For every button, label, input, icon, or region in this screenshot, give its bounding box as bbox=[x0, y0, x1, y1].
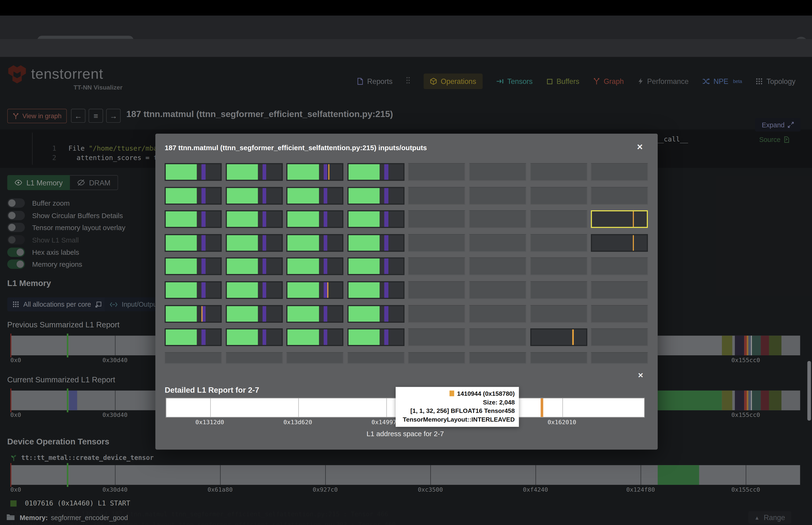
core-cell[interactable] bbox=[287, 234, 343, 252]
tensor-buffer-green bbox=[166, 282, 197, 298]
core-cell-empty bbox=[469, 281, 526, 299]
tensor-buffer-green bbox=[349, 164, 380, 180]
core-cell[interactable] bbox=[287, 281, 343, 299]
tensor-buffer-orange bbox=[201, 306, 203, 321]
tensor-buffer-green bbox=[288, 306, 319, 321]
core-cell-empty bbox=[591, 258, 648, 275]
core-cell[interactable] bbox=[165, 210, 221, 228]
tensor-buffer-green bbox=[288, 235, 319, 251]
tensor-buffer-green bbox=[227, 188, 258, 203]
core-cell[interactable] bbox=[348, 210, 404, 228]
modal-close-icon[interactable]: × bbox=[637, 142, 643, 152]
detail-axis-title: L1 address space for 2-7 bbox=[166, 430, 645, 438]
core-cell[interactable] bbox=[165, 163, 221, 181]
core-cell[interactable] bbox=[287, 163, 343, 181]
core-cell[interactable] bbox=[226, 187, 282, 205]
tensor-buffer-purple bbox=[384, 259, 388, 274]
tensor-buffer-green bbox=[288, 329, 319, 345]
tensor-buffer-purple bbox=[202, 329, 205, 345]
core-cell[interactable] bbox=[530, 329, 587, 346]
core-cell[interactable] bbox=[226, 281, 282, 299]
core-cell-empty bbox=[530, 234, 587, 252]
core-cell-empty bbox=[469, 305, 526, 322]
tensor-buffer-green bbox=[166, 211, 197, 227]
core-cell-empty bbox=[530, 352, 587, 363]
axis-gridline bbox=[386, 398, 387, 417]
core-cell-selected[interactable] bbox=[591, 210, 648, 228]
tensor-buffer-green bbox=[227, 235, 258, 251]
tensor-buffer-green bbox=[288, 188, 319, 203]
tensor-buffer-purple bbox=[202, 259, 205, 274]
tensor-buffer-orange bbox=[328, 164, 330, 180]
tensor-buffer-green bbox=[227, 306, 258, 321]
core-cell[interactable] bbox=[287, 187, 343, 205]
core-cell[interactable] bbox=[165, 234, 221, 252]
core-cell-empty bbox=[287, 352, 343, 363]
tensor-buffer-purple bbox=[323, 235, 327, 251]
core-cell[interactable] bbox=[287, 329, 343, 346]
core-cell[interactable] bbox=[165, 329, 221, 346]
tensor-buffer-purple bbox=[384, 164, 388, 180]
tensor-buffer-orange bbox=[633, 211, 634, 227]
core-cell-empty bbox=[591, 281, 648, 299]
core-cell-empty bbox=[408, 163, 465, 181]
core-cell[interactable] bbox=[226, 210, 282, 228]
browser-toolbar: ← → i localhost:5173/operations/187 ☆ ⋮ bbox=[0, 39, 812, 57]
core-cell[interactable] bbox=[287, 210, 343, 228]
detail-close-icon[interactable]: × bbox=[638, 371, 643, 379]
core-cell-empty bbox=[408, 187, 465, 205]
tensor-buffer-purple bbox=[323, 259, 327, 274]
core-cell[interactable] bbox=[348, 187, 404, 205]
screen: 187 ttnn.matmul | TT-NN Visu × + ← → i l… bbox=[0, 0, 812, 525]
core-cell[interactable] bbox=[226, 305, 282, 322]
core-cell-empty bbox=[469, 210, 526, 228]
tensor-buffer-purple bbox=[323, 306, 327, 321]
core-cell[interactable] bbox=[348, 305, 404, 322]
page-scrollbar[interactable] bbox=[807, 361, 811, 420]
core-cell[interactable] bbox=[348, 258, 404, 275]
buffer-tooltip: 1410944 (0x158780) Size: 2,048 [1, 1, 32… bbox=[396, 387, 519, 427]
core-cell[interactable] bbox=[348, 281, 404, 299]
tensor-buffer-purple bbox=[323, 329, 327, 345]
axis-gridline bbox=[298, 398, 299, 417]
core-cell-empty bbox=[226, 352, 282, 363]
core-cell-empty bbox=[408, 210, 465, 228]
tensor-buffer-green bbox=[349, 211, 380, 227]
core-cell[interactable] bbox=[226, 163, 282, 181]
core-cell-empty bbox=[469, 163, 526, 181]
detail-report-heading: Detailed L1 Report for 2-7 bbox=[165, 386, 259, 394]
core-cell-empty bbox=[591, 163, 648, 181]
core-cell[interactable] bbox=[348, 234, 404, 252]
core-cell[interactable] bbox=[226, 329, 282, 346]
core-cell[interactable] bbox=[226, 258, 282, 275]
tensor-buffer-purple bbox=[384, 235, 388, 251]
tab-strip: 187 ttnn.matmul | TT-NN Visu × + bbox=[0, 15, 812, 39]
tooltip-address: 1410944 (0x158780) bbox=[457, 390, 515, 397]
tensor-buffer-green bbox=[349, 329, 380, 345]
core-cell[interactable] bbox=[165, 281, 221, 299]
tensor-buffer-purple bbox=[202, 164, 205, 180]
core-cell[interactable] bbox=[165, 258, 221, 275]
core-cell[interactable] bbox=[287, 305, 343, 322]
core-cell[interactable] bbox=[287, 258, 343, 275]
core-cell-empty bbox=[530, 187, 587, 205]
core-cell-empty bbox=[530, 258, 587, 275]
core-cell[interactable] bbox=[165, 305, 221, 322]
tensor-buffer-orange bbox=[633, 235, 634, 251]
core-cell[interactable] bbox=[348, 329, 404, 346]
core-cell[interactable] bbox=[591, 234, 648, 252]
tensor-buffer-green bbox=[349, 259, 380, 274]
tensor-buffer-purple bbox=[263, 259, 266, 274]
tensor-buffer-purple bbox=[263, 211, 266, 227]
core-cell[interactable] bbox=[226, 234, 282, 252]
tensor-buffer-green bbox=[349, 282, 380, 298]
axis-tick-label: 0x13d620 bbox=[284, 419, 312, 426]
core-cell[interactable] bbox=[348, 163, 404, 181]
core-cell[interactable] bbox=[165, 187, 221, 205]
modal-title: 187 ttnn.matmul (ttnn_segformer_efficien… bbox=[165, 144, 427, 152]
core-cell-empty bbox=[530, 210, 587, 228]
detail-buffer-orange[interactable] bbox=[541, 398, 543, 417]
tensor-buffer-green bbox=[288, 164, 319, 180]
tensor-buffer-orange bbox=[572, 329, 574, 345]
core-cell-empty bbox=[530, 305, 587, 322]
